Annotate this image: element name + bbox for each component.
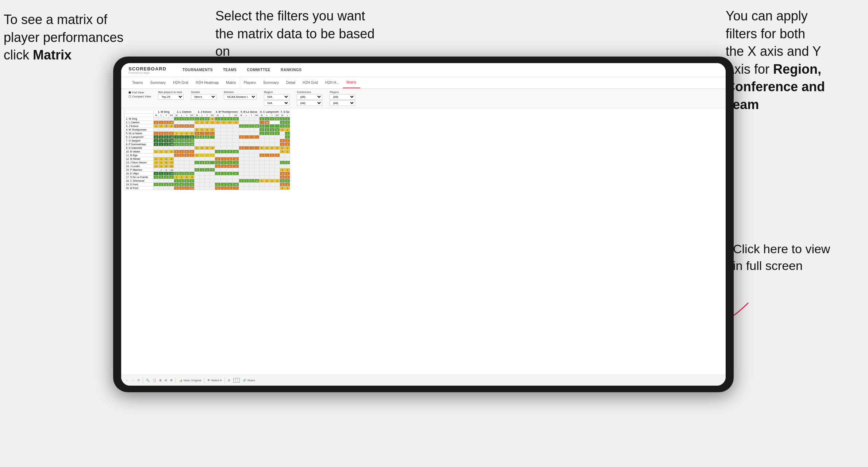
matrix-cell — [159, 154, 164, 157]
matrix-cell — [205, 157, 210, 161]
matrix-cell — [210, 172, 215, 175]
matrix-cell: 0 — [227, 157, 233, 161]
col-header-5: 5. M La Sasso — [239, 110, 259, 114]
filter-region: Region N/A N/A — [264, 91, 289, 106]
matrix-cell: 2 — [285, 143, 290, 146]
tool-refresh[interactable]: ↺ — [137, 379, 140, 382]
matrix-cell — [205, 165, 210, 168]
matrix-cell — [169, 179, 174, 183]
max-players-select[interactable]: Top 25 — [158, 94, 184, 100]
conference-select-y[interactable]: (All) — [297, 100, 322, 106]
matrix-cell: 0 — [280, 128, 285, 132]
tool-copy[interactable]: 📋 — [153, 379, 156, 382]
region-select-y[interactable]: N/A — [264, 100, 289, 106]
tab-matrix-active[interactable]: Matrix — [343, 77, 360, 88]
tool-collapse[interactable]: ⊟ — [165, 379, 167, 382]
matrix-cell — [169, 154, 174, 157]
col-header-2: 2. L Clanton — [174, 110, 195, 114]
matrix-cell: -8 — [189, 175, 195, 179]
matrix-cell — [239, 175, 244, 179]
nav-teams[interactable]: TEAMS — [218, 68, 242, 72]
matrix-cell: 0 — [280, 183, 285, 186]
matrix-cell — [254, 172, 259, 175]
matrix-cell — [269, 143, 274, 146]
matrix-cell: 1 — [184, 183, 189, 186]
gender-select[interactable]: Men's — [191, 94, 216, 100]
matrix-cell — [227, 179, 233, 183]
division-select[interactable]: NCAA Division I — [224, 94, 257, 100]
tool-expand[interactable]: ⊞ — [159, 379, 162, 382]
players-select-x[interactable]: (All) — [330, 94, 355, 100]
sh-l2: L — [179, 114, 184, 117]
nav-tournaments[interactable]: TOURNAMENTS — [177, 68, 218, 72]
tab-h2h-heatmap[interactable]: H2H Heatmap — [192, 77, 222, 88]
matrix-cell: 0 — [164, 124, 169, 128]
matrix-cell — [254, 168, 259, 172]
matrix-cell: 2 — [154, 121, 159, 124]
sh-w3: W — [195, 114, 200, 117]
tab-players-summary[interactable]: Summary — [260, 77, 283, 88]
compact-view-option[interactable]: Compact View — [128, 95, 151, 98]
tab-detail[interactable]: Detail — [283, 77, 299, 88]
matrix-cell — [264, 143, 269, 146]
matrix-cell: -3 — [169, 161, 174, 165]
tab-players[interactable]: Players — [240, 77, 260, 88]
matrix-cell: 2 — [154, 183, 159, 186]
matrix-cell: 1 — [154, 124, 159, 128]
watch-button[interactable]: 👁 Watch ▾ — [207, 379, 222, 382]
tab-teams[interactable]: Teams — [128, 77, 146, 88]
matrix-cell: 0 — [184, 139, 189, 143]
matrix-cell: 0 — [264, 146, 269, 150]
share-button[interactable]: 🔗 Share — [243, 379, 255, 382]
matrix-cell — [227, 143, 233, 146]
matrix-cell: 2 — [179, 172, 184, 175]
sh-t4: T — [227, 114, 233, 117]
player-name-cell: 13. J Skov Olesen — [124, 161, 154, 165]
matrix-cell — [233, 175, 239, 179]
tool-redo[interactable]: → — [131, 379, 134, 382]
players-select-y[interactable]: (All) — [330, 100, 355, 106]
region-select-x[interactable]: N/A — [264, 94, 289, 100]
col-header-4: 4. M Thorbjornsen — [215, 110, 239, 114]
matrix-cell — [249, 157, 254, 161]
matrix-cell — [174, 146, 179, 150]
matrix-cell: 0 — [164, 139, 169, 143]
matrix-cell — [259, 139, 264, 143]
matrix-cell — [184, 157, 189, 161]
nav-committee[interactable]: COMMITTEE — [242, 68, 276, 72]
matrix-cell — [280, 132, 285, 135]
matrix-cell: 1 — [285, 172, 290, 175]
full-view-option[interactable]: Full View — [128, 91, 151, 94]
matrix-cell: 1 — [159, 183, 164, 186]
player-name-cell: 2. L Clanton — [124, 121, 154, 124]
tool-search[interactable]: 🔍 — [146, 379, 150, 382]
conference-select-x[interactable]: (All) — [297, 94, 322, 100]
matrix-cell — [164, 179, 169, 183]
nav-rankings[interactable]: RANKINGS — [276, 68, 307, 72]
logo-sub: Powered by clippd — [128, 72, 166, 74]
matrix-cell: 0 — [200, 161, 205, 165]
matrix-cell — [195, 165, 200, 168]
matrix-cell: 0 — [227, 183, 233, 186]
matrix-container[interactable]: 1. W Ding 2. L Clanton 3. J Koivun 4. M … — [121, 108, 726, 375]
tab-h2h-grid2[interactable]: H2H Grid — [299, 77, 322, 88]
tab-h2h-h[interactable]: H2H H... — [322, 77, 343, 88]
tool-settings[interactable]: ⚙ — [170, 379, 173, 382]
view-original[interactable]: 📊 View: Original — [179, 379, 201, 382]
matrix-cell — [254, 132, 259, 135]
tab-h2h-grid[interactable]: H2H Grid — [169, 77, 192, 88]
tab-summary[interactable]: Summary — [146, 77, 169, 88]
fullscreen-button[interactable]: ⛶ — [233, 378, 240, 383]
matrix-cell: 1 — [205, 168, 210, 172]
matrix-cell — [239, 165, 244, 168]
matrix-cell: -7 — [210, 168, 215, 172]
matrix-cell: 3 — [285, 161, 290, 165]
matrix-cell — [200, 186, 205, 190]
tool-undo[interactable]: ← — [126, 379, 128, 382]
matrix-cell — [269, 175, 274, 179]
grid-view[interactable]: ⊡ — [228, 379, 230, 382]
matrix-cell: 0 — [210, 146, 215, 150]
tab-matrix-team[interactable]: Matrix — [222, 77, 239, 88]
matrix-cell — [264, 168, 269, 172]
filter-bar: Full View Compact View Max players in vi… — [121, 89, 726, 108]
